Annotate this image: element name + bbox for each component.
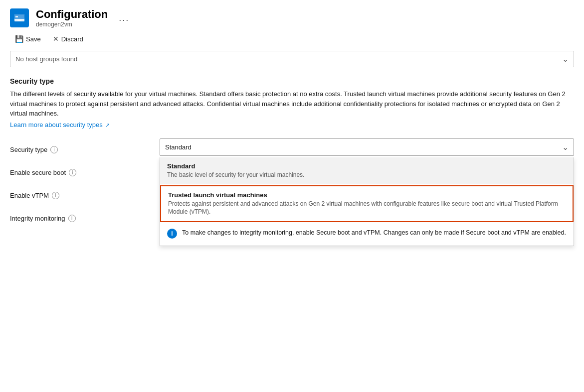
- discard-icon: ✕: [53, 35, 59, 43]
- standard-option-title: Standard: [167, 162, 567, 170]
- security-type-selected-value: Standard: [165, 143, 192, 151]
- page-subtitle: demogen2vm: [36, 21, 108, 28]
- trusted-launch-option-desc: Protects against persistent and advanced…: [168, 200, 566, 217]
- enable-secure-boot-label-row: Enable secure boot i: [10, 161, 160, 184]
- discard-label: Discard: [61, 35, 83, 43]
- host-group-dropdown[interactable]: No host groups found ⌄: [10, 51, 574, 67]
- info-banner-icon: i: [167, 229, 177, 239]
- trusted-launch-option-title: Trusted launch virtual machines: [168, 191, 566, 199]
- security-type-dropdown[interactable]: Standard ⌄: [160, 138, 574, 156]
- save-button[interactable]: 💾 Save: [10, 33, 46, 45]
- integrity-monitoring-label: Integrity monitoring: [10, 215, 65, 222]
- svg-rect-3: [15, 16, 18, 17]
- learn-more-text: Learn more about security types: [10, 121, 103, 129]
- learn-more-link[interactable]: Learn more about security types ↗: [10, 121, 110, 129]
- security-type-dropdown-menu: Standard The basic level of security for…: [160, 157, 574, 246]
- security-section-title: Security type: [10, 77, 574, 85]
- info-banner: i To make changes to integrity monitorin…: [160, 223, 574, 246]
- enable-secure-boot-label: Enable secure boot: [10, 169, 66, 176]
- security-section-description: The different levels of security availab…: [10, 89, 574, 119]
- external-link-icon: ↗: [105, 122, 110, 129]
- save-icon: 💾: [15, 35, 23, 43]
- security-type-chevron-icon: ⌄: [562, 142, 569, 152]
- host-group-value: No host groups found: [15, 55, 77, 63]
- dropdown-option-trusted-launch[interactable]: Trusted launch virtual machines Protects…: [160, 185, 574, 223]
- more-options-button[interactable]: ...: [119, 13, 129, 23]
- toolbar: 💾 Save ✕ Discard: [0, 30, 584, 48]
- enable-vtpm-info-icon[interactable]: i: [52, 192, 59, 199]
- form-labels: Security type i Enable secure boot i Ena…: [10, 138, 160, 230]
- security-type-info-icon[interactable]: i: [50, 146, 58, 153]
- security-type-label: Security type: [10, 146, 47, 153]
- enable-vtpm-label: Enable vTPM: [10, 192, 49, 199]
- form-area: Security type i Enable secure boot i Ena…: [0, 138, 584, 230]
- enable-secure-boot-info-icon[interactable]: i: [69, 169, 76, 176]
- save-label: Save: [26, 35, 41, 43]
- integrity-monitoring-label-row: Integrity monitoring i: [10, 207, 160, 230]
- standard-option-desc: The basic level of security for your vir…: [167, 171, 567, 179]
- integrity-monitoring-info-icon[interactable]: i: [68, 215, 76, 222]
- svg-rect-2: [17, 20, 21, 21]
- discard-button[interactable]: ✕ Discard: [48, 33, 88, 45]
- dropdown-option-standard[interactable]: Standard The basic level of security for…: [160, 157, 574, 184]
- page-icon: [10, 8, 29, 27]
- page-header: Configuration demogen2vm ...: [0, 0, 584, 30]
- header-text-group: Configuration demogen2vm: [36, 8, 108, 28]
- page-title: Configuration: [36, 8, 108, 21]
- security-type-dropdown-wrapper: Standard ⌄ Standard The basic level of s…: [160, 138, 574, 156]
- enable-vtpm-label-row: Enable vTPM i: [10, 184, 160, 207]
- security-section: Security type The different levels of se…: [0, 70, 584, 129]
- host-group-chevron-icon: ⌄: [562, 54, 569, 64]
- form-controls: Standard ⌄ Standard The basic level of s…: [160, 138, 574, 230]
- security-type-label-row: Security type i: [10, 138, 160, 161]
- info-banner-text: To make changes to integrity monitoring,…: [182, 228, 566, 238]
